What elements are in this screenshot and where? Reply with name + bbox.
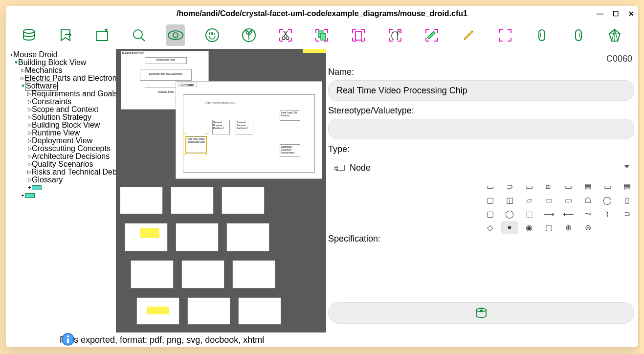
node-baselogic[interactable]: Base Logic SW Partition <box>280 110 300 121</box>
tree-root[interactable]: Mouse Droid <box>13 51 58 59</box>
palette-item[interactable]: ⊃ <box>619 207 635 220</box>
palette-item[interactable] <box>619 221 635 234</box>
tree-sw-e[interactable]: Building Block View <box>32 121 100 129</box>
thumb[interactable] <box>125 223 168 251</box>
cut-button[interactable] <box>276 24 295 46</box>
view-button[interactable] <box>166 24 185 46</box>
palette-item[interactable]: ◯ <box>599 194 616 206</box>
node-gpp2[interactable]: General Purpose Partition 2 <box>236 120 253 134</box>
new-window-button[interactable] <box>93 24 112 46</box>
pan-button[interactable] <box>202 24 222 46</box>
palette-item[interactable]: ⬚ <box>521 207 537 220</box>
svg-point-5 <box>173 33 178 38</box>
edit-button[interactable] <box>459 24 478 46</box>
window-maximize-button[interactable]: ☐ <box>611 10 621 18</box>
palette-item[interactable]: ▭ <box>482 180 498 193</box>
palette-item[interactable]: ▢ <box>482 194 498 206</box>
redo-button[interactable] <box>569 24 588 46</box>
palette-item[interactable]: ▭ <box>560 180 577 193</box>
tree-sw-j[interactable]: Quality Scenarios <box>32 160 93 168</box>
palette-item[interactable]: ⌇ <box>599 207 616 220</box>
tree-sw-a[interactable]: Requirements and Goals <box>31 90 116 98</box>
palette-item[interactable]: ▭ <box>599 180 616 193</box>
thumb[interactable] <box>120 187 163 214</box>
diagram-canvas[interactable]: Building Block View Mechanical Parts Ele… <box>116 49 326 332</box>
type-palette[interactable]: ▭ ⊃ ▭ ⎄ ▭ ▤ ▭ ▤ ▢ ◫ ▱ ▭ ▭ ☖ ◯ ▯ ▢ ◯ ⬚ ⟶ <box>482 180 635 234</box>
window-close-button[interactable]: ✕ <box>626 10 636 18</box>
database-button[interactable] <box>20 24 39 46</box>
tree-new-child-icon[interactable] <box>32 185 42 190</box>
palette-item[interactable]: ⤳ <box>579 207 596 220</box>
thumb[interactable] <box>176 223 219 251</box>
pencil-icon <box>461 28 476 43</box>
tree-mechanics[interactable]: Mechanics <box>25 66 62 74</box>
about-button[interactable] <box>605 24 624 46</box>
palette-item[interactable]: ▢ <box>482 207 498 220</box>
paste-button[interactable] <box>349 24 368 46</box>
undo-button[interactable] <box>532 24 551 46</box>
type-dropdown[interactable]: Node <box>328 157 634 178</box>
palette-item[interactable] <box>599 221 616 234</box>
sprout-icon <box>242 28 256 43</box>
copy-button[interactable] <box>312 24 332 46</box>
palette-item[interactable]: ⊃ <box>501 180 518 193</box>
palette-item[interactable]: ◉ <box>521 221 537 234</box>
palette-item[interactable]: ☖ <box>579 194 596 206</box>
tree-sw-f[interactable]: Runtime View <box>32 129 80 137</box>
thumb[interactable] <box>226 223 269 251</box>
palette-item[interactable]: ▢ <box>540 221 557 234</box>
palette-item[interactable]: ⊛ <box>579 221 596 234</box>
palette-item[interactable]: ▭ <box>540 194 557 206</box>
palette-item[interactable]: ▱ <box>521 194 537 206</box>
reset-selection-button[interactable] <box>495 24 514 46</box>
node-rt-chip[interactable]: Real Time Video Processing Chip <box>186 136 206 153</box>
thumb[interactable] <box>238 297 281 325</box>
tree-sw-g[interactable]: Deployment View <box>32 137 92 145</box>
stereotype-field[interactable] <box>328 119 634 139</box>
palette-item-selected[interactable]: ● <box>501 221 518 234</box>
palette-item[interactable]: ▭ <box>560 194 577 206</box>
label-specification: Specification: <box>328 234 635 244</box>
tree-l1[interactable]: Building Block View <box>18 59 86 66</box>
thumb[interactable] <box>222 187 265 214</box>
palette-item[interactable]: ▤ <box>619 180 635 193</box>
delete-button[interactable] <box>386 24 405 46</box>
palette-item[interactable]: ⊕ <box>560 221 577 234</box>
name-field[interactable]: Real Time Video Processing Chip <box>328 80 634 101</box>
thumb[interactable] <box>232 260 275 288</box>
window-minimize-button[interactable]: — <box>595 10 605 18</box>
search-button[interactable] <box>130 24 149 46</box>
tree-sw-i[interactable]: Architecture Decisions <box>32 153 110 160</box>
palette-item[interactable]: ▤ <box>579 180 596 193</box>
palette-item[interactable]: ▯ <box>619 194 635 206</box>
commit-button[interactable] <box>328 302 634 324</box>
thumb[interactable] <box>187 297 230 325</box>
palette-item[interactable]: ⟵ <box>560 207 577 220</box>
tree-sidebar[interactable]: ∘Mouse Droid ▼Building Block View ▷Mecha… <box>6 49 116 332</box>
palette-item[interactable]: ⟶ <box>540 207 557 220</box>
palette-item[interactable]: ◯ <box>501 207 518 220</box>
palette-item[interactable]: ▭ <box>521 180 537 193</box>
export-button[interactable] <box>56 24 75 46</box>
thumb[interactable] <box>181 260 224 288</box>
node-watchdog[interactable]: Watchdog Execution Environment <box>280 144 300 157</box>
node-gpp1[interactable]: General Purpose Partition 1 <box>212 120 230 134</box>
thumb[interactable] <box>131 260 174 288</box>
tree-sw-k[interactable]: Risks and Technical Debts <box>31 168 116 176</box>
diag-top-box-b: Mechanical Parts <box>145 57 187 64</box>
thumb[interactable] <box>171 187 214 214</box>
tree-sw-b[interactable]: Constraints <box>32 98 71 106</box>
tree-sw-c[interactable]: Scope and Context <box>32 106 98 113</box>
palette-item[interactable]: ⎄ <box>540 180 557 193</box>
thumb[interactable] <box>136 297 179 325</box>
tree-electronics[interactable]: Electric Parts and Electronics <box>24 74 116 82</box>
palette-item[interactable]: ◇ <box>482 221 498 234</box>
highlight-button[interactable] <box>422 24 442 46</box>
palette-item[interactable]: ◫ <box>501 194 518 206</box>
tree-new-sibling-icon[interactable] <box>25 193 35 198</box>
tree-sw-d[interactable]: Solution Strategy <box>32 113 91 121</box>
diag-top-title: Building Block View <box>122 51 144 54</box>
tree-sw-h[interactable]: Crosscutting Concepts <box>32 145 111 153</box>
new-element-button[interactable] <box>239 24 258 46</box>
tree-sw-l[interactable]: Glossary <box>32 176 63 184</box>
